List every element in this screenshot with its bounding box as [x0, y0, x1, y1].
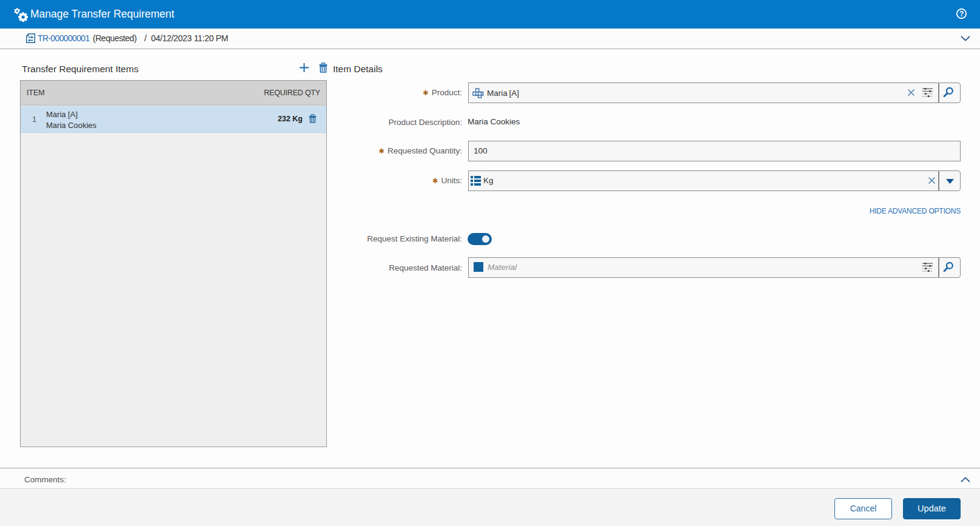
svg-text:?: ? — [959, 10, 964, 18]
